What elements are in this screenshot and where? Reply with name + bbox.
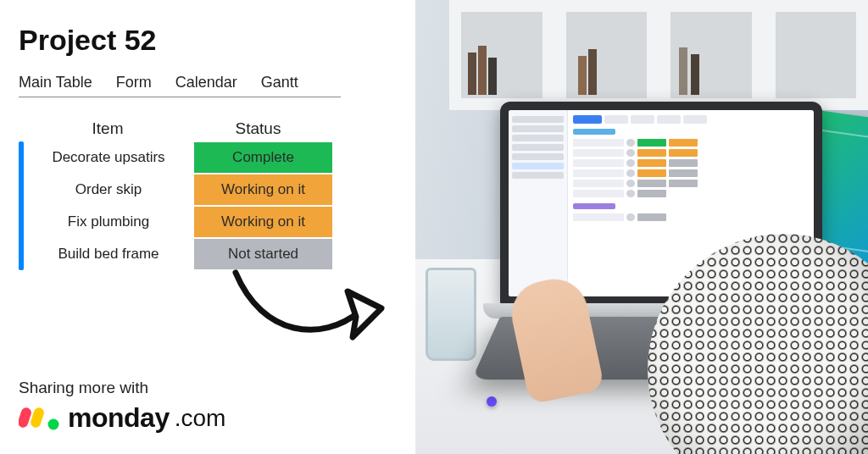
- tab-main-table[interactable]: Main Table: [19, 74, 92, 91]
- group-color-bar: [19, 141, 24, 270]
- table-row[interactable]: Fix plumbing Working on it: [24, 206, 397, 238]
- brand-name: monday: [68, 402, 170, 434]
- tab-form[interactable]: Form: [116, 74, 152, 91]
- item-cell[interactable]: Build bed frame: [24, 238, 193, 270]
- item-cell[interactable]: Decorate upsatirs: [24, 141, 193, 174]
- lifestyle-photo: [415, 0, 868, 454]
- brand-suffix: .com: [175, 405, 226, 432]
- page-title: Project 52: [19, 24, 397, 57]
- left-panel: Project 52 Main Table Form Calendar Gant…: [0, 0, 415, 454]
- brand-logo: monday.com: [19, 402, 397, 434]
- status-cell[interactable]: Working on it: [193, 206, 333, 238]
- footer-tagline: Sharing more with: [19, 379, 397, 397]
- column-header-status: Status: [188, 119, 328, 138]
- svg-point-2: [48, 418, 59, 429]
- item-cell[interactable]: Order skip: [24, 174, 193, 206]
- table-body: Decorate upsatirs Complete Order skip Wo…: [19, 141, 397, 270]
- svg-rect-1: [30, 406, 46, 429]
- monday-logo-icon: [19, 404, 63, 433]
- table-header-row: Item Status: [19, 119, 397, 138]
- column-header-item: Item: [19, 119, 188, 138]
- tab-calendar[interactable]: Calendar: [175, 74, 237, 91]
- arrow-icon: [220, 261, 390, 357]
- table-row[interactable]: Order skip Working on it: [24, 174, 397, 206]
- svg-rect-0: [19, 406, 32, 429]
- table-row[interactable]: Decorate upsatirs Complete: [24, 141, 397, 174]
- tab-gantt[interactable]: Gantt: [261, 74, 298, 91]
- task-table: Item Status Decorate upsatirs Complete O…: [19, 119, 397, 270]
- footer: Sharing more with monday.com: [19, 379, 397, 434]
- water-glass: [426, 268, 476, 361]
- status-cell[interactable]: Working on it: [193, 174, 333, 206]
- bookshelf: [449, 0, 868, 110]
- item-cell[interactable]: Fix plumbing: [24, 206, 193, 238]
- view-tabs: Main Table Form Calendar Gantt: [19, 74, 341, 97]
- status-cell[interactable]: Complete: [193, 141, 333, 174]
